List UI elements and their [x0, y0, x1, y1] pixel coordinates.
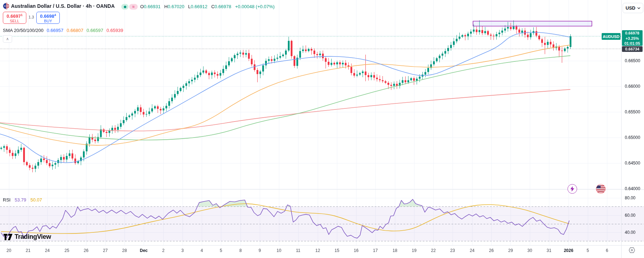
price-axis-label: 0.65500: [625, 109, 640, 114]
sma-value: 0.66597: [86, 28, 103, 33]
high-value: 0.67020: [168, 4, 184, 9]
market-status-icon[interactable]: [121, 4, 128, 10]
sma-legend-name: SMA 20/50/100/200: [3, 28, 43, 33]
time-axis-label: 22: [431, 248, 436, 253]
time-axis-label: 28: [122, 248, 127, 253]
time-axis-label: 2: [162, 248, 165, 253]
us-economic-event-icon[interactable]: [596, 184, 606, 194]
sma-value: 0.65939: [106, 28, 123, 33]
time-axis-label: 21: [26, 248, 30, 253]
sma-value: 0.66957: [47, 28, 63, 33]
time-axis-label: 18: [392, 248, 397, 253]
price-axis-label: 0.64500: [625, 161, 640, 166]
price-axis-label: 0.66500: [625, 58, 640, 63]
tradingview-logo-icon: [4, 233, 12, 241]
time-axis-label: 15: [334, 248, 339, 253]
time-axis-label: 9: [259, 248, 261, 253]
time-axis-label: 10: [276, 248, 281, 253]
change-percent: +3.25%: [622, 36, 643, 41]
chevron-down-icon: [637, 7, 640, 9]
market-open-dot-icon: [124, 6, 126, 8]
time-axis-label: 4: [201, 248, 203, 253]
countdown-price-label: 0.66978 +3.25% 01:01:05: [622, 30, 643, 46]
rsi-value: 53.79: [15, 197, 26, 203]
price-axis-label: 0.66000: [625, 84, 640, 89]
delayed-data-icon[interactable]: ≈: [129, 4, 138, 10]
close-value: 0.66978: [215, 4, 231, 9]
time-axis-label: 31: [547, 248, 551, 253]
axis-settings-icon[interactable]: [629, 247, 635, 254]
chart-canvas[interactable]: [0, 0, 644, 258]
time-axis-label: 24: [470, 248, 474, 253]
time-axis-label: 19: [412, 248, 416, 253]
time-axis-label: Dec: [140, 248, 148, 253]
time-axis-label: 5: [587, 248, 589, 253]
spread-value: 1.3: [27, 15, 36, 19]
ohlc-readout: O0.66931 H0.67020 L0.66912 C0.66978 +0.0…: [140, 4, 275, 9]
time-axis-label: 26: [84, 248, 88, 253]
symbol-price-tag: AUDUSD: [602, 33, 621, 40]
price-axis-label: 0.65000: [625, 135, 640, 140]
sell-button[interactable]: 0.66971 SELL: [3, 12, 26, 24]
time-axis-label: 3: [181, 248, 184, 253]
time-axis-label: 23: [450, 248, 455, 253]
time-axis-label: 20: [6, 248, 11, 253]
open-value: 0.66931: [144, 4, 160, 9]
rsi-axis-label: 40.00: [625, 230, 635, 235]
price-axis-label: 0.64000: [625, 186, 640, 191]
change-value: +0.00048 (+0.07%): [235, 4, 275, 9]
time-axis-label: 16: [354, 248, 358, 253]
time-axis-label: 5: [220, 248, 222, 253]
rsi-legend-name: RSI: [3, 197, 11, 203]
time-axis-label: 17: [373, 248, 378, 253]
time-axis-label: 29: [508, 248, 513, 253]
time-axis-label: 26: [489, 248, 493, 253]
low-value: 0.66912: [191, 4, 207, 9]
buy-button[interactable]: 0.66984 BUY: [36, 12, 60, 24]
sma-legend[interactable]: SMA 20/50/100/2000.669570.668070.665970.…: [3, 28, 123, 33]
time-axis-label: 6: [606, 248, 608, 253]
last-price: 0.66978: [622, 31, 643, 36]
time-axis-label: 12: [315, 248, 320, 253]
time-axis-label: 2026: [564, 248, 574, 253]
rsi-axis-label: 80.00: [625, 195, 635, 200]
rsi-axis-label: 60.00: [625, 213, 635, 218]
rsi-ma-value: 50.07: [30, 197, 42, 203]
time-axis-label: 25: [64, 248, 69, 253]
symbol-flag-icon: ★: [3, 3, 9, 9]
sma-value: 0.66807: [67, 28, 83, 33]
prev-close-price-tag: 0.66734: [622, 46, 643, 52]
currency-dropdown[interactable]: USD: [623, 3, 643, 13]
bar-countdown: 01:01:05: [622, 41, 643, 46]
time-axis-label: 8: [239, 248, 242, 253]
rsi-legend[interactable]: RSI 53.79 50.07: [3, 197, 42, 203]
tradingview-watermark[interactable]: TradingView: [4, 233, 51, 241]
time-axis-label: 30: [527, 248, 532, 253]
symbol-title[interactable]: Australian Dollar / U.S. Dollar · 4h · O…: [11, 3, 115, 9]
events-lightning-icon[interactable]: [568, 184, 577, 194]
time-axis-label: 24: [45, 248, 49, 253]
collapse-pane-button[interactable]: ∧: [3, 35, 12, 43]
time-axis-label: 11: [296, 248, 300, 253]
time-axis-label: 27: [103, 248, 107, 253]
